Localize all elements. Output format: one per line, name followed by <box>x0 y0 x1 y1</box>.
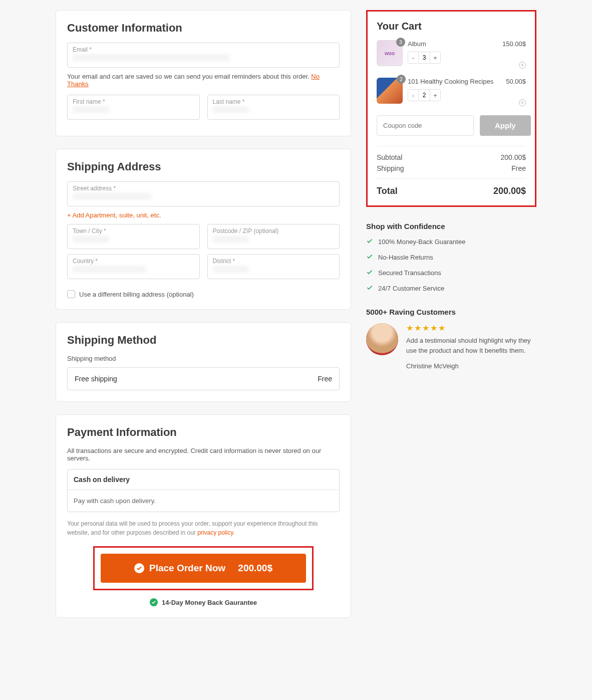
quantity-stepper: - + <box>408 52 441 64</box>
testimonial-avatar <box>366 323 398 355</box>
remove-item-button[interactable]: ✕ <box>519 99 526 106</box>
privacy-policy-link[interactable]: privacy policy <box>197 529 233 536</box>
cart-item-badge: 2 <box>397 75 406 84</box>
qty-decrease-button[interactable]: - <box>408 52 418 63</box>
subtotal-value: 200.00$ <box>500 153 526 161</box>
place-order-highlight: Place Order Now 200.00$ <box>93 546 314 590</box>
check-circle-icon <box>134 563 144 573</box>
shipping-title: Shipping Address <box>67 160 340 173</box>
subtotal-label: Subtotal <box>377 153 402 161</box>
cart-item-thumb: 3 <box>377 40 403 66</box>
email-field[interactable]: Email * <box>67 43 340 68</box>
place-order-amount: 200.00$ <box>238 563 272 574</box>
confidence-title: Shop with Confidence <box>366 222 536 230</box>
payment-method[interactable]: Cash on delivery Pay with cash upon deli… <box>67 469 340 512</box>
payment-method-desc: Pay with cash upon delivery. <box>68 490 339 512</box>
testimonials-title: 5000+ Raving Customers <box>366 308 536 316</box>
country-value-blurred <box>73 266 146 273</box>
check-icon <box>366 269 373 277</box>
cart-item-badge: 3 <box>396 38 405 47</box>
shipping-option-cost: Free <box>318 375 332 383</box>
district-label: District * <box>213 258 335 265</box>
street-field[interactable]: Street address * <box>67 181 340 206</box>
town-field[interactable]: Town / City * <box>67 224 200 249</box>
shipping-method-title: Shipping Method <box>67 334 340 347</box>
shipping-label: Shipping <box>377 164 404 172</box>
first-name-field[interactable]: First name * <box>67 95 200 120</box>
total-label: Total <box>377 186 398 196</box>
email-label: Email * <box>73 46 334 53</box>
payment-card: Payment Information All transactions are… <box>56 414 351 618</box>
apply-coupon-button[interactable]: Apply <box>480 115 531 136</box>
diff-billing-checkbox[interactable] <box>67 290 75 298</box>
country-label: Country * <box>73 258 194 265</box>
confidence-item: Secured Transactions <box>366 269 536 277</box>
district-field[interactable]: District * <box>207 254 340 279</box>
postcode-value-blurred <box>213 236 249 243</box>
confidence-item: No-Hassle Returns <box>366 253 536 262</box>
qty-increase-button[interactable]: + <box>430 52 440 63</box>
cart-item-price: 50.00$ <box>506 78 526 85</box>
payment-title: Payment Information <box>67 426 340 439</box>
qty-input[interactable] <box>418 52 430 63</box>
shipping-address-card: Shipping Address Street address * Add Ap… <box>56 149 351 310</box>
payment-method-name: Cash on delivery <box>68 470 339 490</box>
town-value-blurred <box>73 236 109 243</box>
star-rating-icon: ★★★★★ <box>406 323 536 333</box>
quantity-stepper: - + <box>408 89 441 101</box>
last-name-label: Last name * <box>213 98 335 105</box>
postcode-field[interactable]: Postcode / ZIP (optional) <box>207 224 340 249</box>
cart-item: 2 101 Healthy Cooking Recipes - + 50.00$… <box>377 78 526 106</box>
saved-reminder-hint: Your email and cart are saved so we can … <box>67 73 340 88</box>
qty-increase-button[interactable]: + <box>430 90 440 101</box>
shipping-option[interactable]: Free shipping Free <box>67 367 340 390</box>
shipping-option-name: Free shipping <box>75 375 117 383</box>
guarantee-text: 14-Day Money Back Gaurantee <box>162 599 257 606</box>
total-value: 200.00$ <box>493 186 526 196</box>
district-value-blurred <box>213 266 249 273</box>
customer-info-card: Customer Information Email * Your email … <box>56 10 351 136</box>
last-name-field[interactable]: Last name * <box>207 95 340 120</box>
customer-info-title: Customer Information <box>67 22 340 35</box>
cart-item: 3 Album - + 150.00$ ✕ <box>377 40 526 69</box>
cart-item-price: 150.00$ <box>502 40 526 48</box>
shipping-method-label: Shipping method <box>67 355 340 362</box>
first-name-value-blurred <box>73 106 109 113</box>
confidence-section: Shop with Confidence 100% Money-Back Gua… <box>366 222 536 293</box>
coupon-input[interactable] <box>377 115 474 136</box>
shipping-value: Free <box>511 164 526 172</box>
guarantee-row: 14-Day Money Back Gaurantee <box>67 598 340 606</box>
street-value-blurred <box>73 193 151 200</box>
testimonials-section: 5000+ Raving Customers ★★★★★ Add a testi… <box>366 308 536 370</box>
qty-decrease-button[interactable]: - <box>408 90 418 101</box>
last-name-value-blurred <box>213 106 249 113</box>
payment-secure-note: All transactions are secure and encrypte… <box>67 447 340 462</box>
country-field[interactable]: Country * <box>67 254 200 279</box>
shipping-method-card: Shipping Method Shipping method Free shi… <box>56 322 351 402</box>
cart-item-thumb: 2 <box>377 78 403 104</box>
guarantee-check-icon <box>150 598 158 606</box>
first-name-label: First name * <box>73 98 194 105</box>
check-icon <box>366 284 373 293</box>
email-value-blurred <box>73 54 229 61</box>
cart-item-name: 101 Healthy Cooking Recipes <box>408 78 501 85</box>
place-order-button[interactable]: Place Order Now 200.00$ <box>101 554 306 583</box>
cart-title: Your Cart <box>377 21 526 32</box>
privacy-note: Your personal data will be used to proce… <box>67 519 340 537</box>
testimonial-author: Christine McVeigh <box>406 362 536 370</box>
confidence-item: 100% Money-Back Guarantee <box>366 238 536 246</box>
street-label: Street address * <box>73 185 334 192</box>
cart-item-name: Album <box>408 40 497 48</box>
testimonial-text: Add a testimonial should highlight why t… <box>406 336 536 355</box>
add-apartment-link[interactable]: Add Apartment, suite, unit, etc. <box>67 211 340 219</box>
check-icon <box>366 253 373 262</box>
qty-input[interactable] <box>418 90 430 101</box>
remove-item-button[interactable]: ✕ <box>519 62 526 69</box>
place-order-label: Place Order Now <box>149 563 225 574</box>
cart-card: Your Cart 3 Album - + 150.00$ ✕ <box>366 10 536 207</box>
postcode-label: Postcode / ZIP (optional) <box>213 227 335 235</box>
town-label: Town / City * <box>73 227 194 235</box>
check-icon <box>366 238 373 246</box>
diff-billing-label: Use a different billing address (optiona… <box>79 291 194 298</box>
confidence-item: 24/7 Customer Service <box>366 284 536 293</box>
